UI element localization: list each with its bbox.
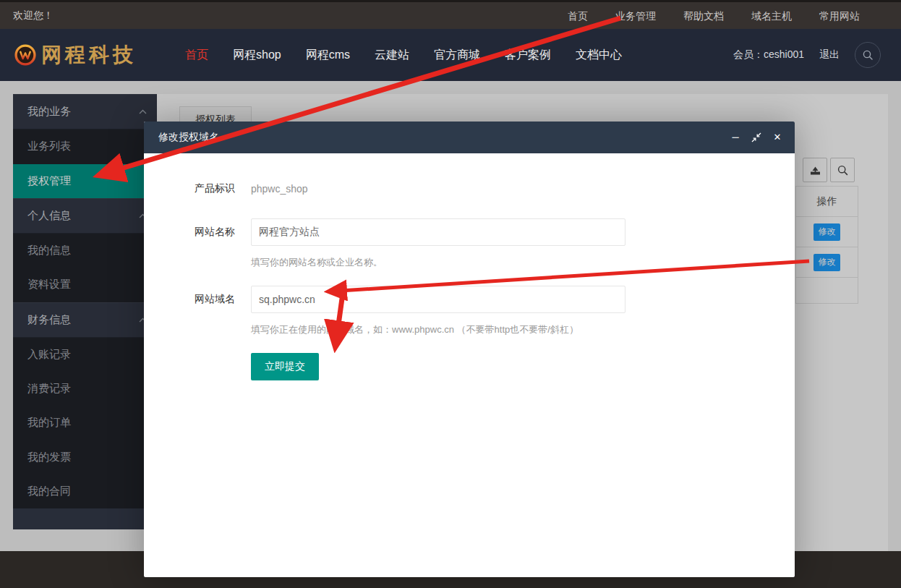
site-name-label: 网站名称	[195, 226, 251, 239]
topbar-links: 首页 业务管理 帮助文档 域名主机 常用网站	[568, 2, 860, 31]
main-nav: 首页 网程shop 网程cms 云建站 官方商城 客户案例 文档中心	[185, 29, 622, 81]
nav-customer-cases[interactable]: 客户案例	[505, 48, 551, 63]
topbar-link-business[interactable]: 业务管理	[615, 10, 656, 23]
search-icon	[862, 49, 874, 61]
site-domain-input[interactable]	[251, 286, 625, 313]
topbar-link-domain-host[interactable]: 域名主机	[751, 10, 792, 23]
nav-doc-center[interactable]: 文档中心	[576, 48, 622, 63]
site-name-input[interactable]	[251, 218, 625, 246]
nav-shop[interactable]: 网程shop	[233, 48, 281, 63]
search-button[interactable]	[855, 42, 881, 68]
modal-controls: ─ ✕	[730, 122, 783, 153]
main-header: 网程科技 首页 网程shop 网程cms 云建站 官方商城 客户案例 文档中心 …	[0, 29, 901, 81]
close-icon[interactable]: ✕	[772, 132, 783, 143]
brand-name: 网程科技	[41, 41, 137, 69]
site-domain-label: 网站域名	[195, 293, 251, 306]
screen: 欢迎您！ 首页 业务管理 帮助文档 域名主机 常用网站	[0, 0, 901, 588]
site-domain-row: 网站域名	[144, 286, 795, 313]
nav-cms[interactable]: 网程cms	[306, 48, 350, 63]
site-name-row: 网站名称	[144, 218, 795, 246]
product-id-value: phpwc_shop	[251, 183, 308, 195]
brand[interactable]: 网程科技	[14, 29, 137, 81]
nav-official-mall[interactable]: 官方商城	[434, 48, 480, 63]
edit-domain-modal: 修改授权域名 ─ ✕ 产品标识 phpwc_shop	[144, 122, 795, 577]
topbar-link-help-docs[interactable]: 帮助文档	[683, 10, 724, 23]
brand-logo-icon	[14, 44, 36, 66]
product-id-row: 产品标识 phpwc_shop	[144, 175, 795, 203]
modal-title: 修改授权域名	[158, 131, 219, 144]
welcome-text: 欢迎您！	[13, 9, 54, 22]
site-domain-help: 填写你正在使用的网站域名，如：www.phpwc.cn （不要带http也不要带…	[144, 323, 795, 337]
top-utility-bar: 欢迎您！ 首页 业务管理 帮助文档 域名主机 常用网站	[0, 0, 901, 29]
nav-cloud-site[interactable]: 云建站	[375, 48, 409, 63]
topbar-link-common-sites[interactable]: 常用网站	[819, 10, 860, 23]
submit-button[interactable]: 立即提交	[251, 353, 319, 380]
topbar-link-home[interactable]: 首页	[568, 10, 588, 23]
nav-home[interactable]: 首页	[185, 48, 208, 63]
modal-header[interactable]: 修改授权域名 ─ ✕	[144, 122, 795, 153]
logout-link[interactable]: 退出	[819, 48, 840, 61]
site-name-help: 填写你的网站名称或企业名称。	[144, 255, 795, 270]
member-name: 会员：ceshi001	[733, 48, 804, 61]
restore-icon[interactable]	[751, 132, 762, 142]
modal-body: 产品标识 phpwc_shop 网站名称 填写你的网站名称或企业名称。 网站域名…	[144, 153, 795, 380]
product-id-label: 产品标识	[195, 182, 251, 195]
minimize-icon[interactable]: ─	[730, 132, 741, 143]
member-area: 会员：ceshi001 退出	[733, 29, 881, 81]
